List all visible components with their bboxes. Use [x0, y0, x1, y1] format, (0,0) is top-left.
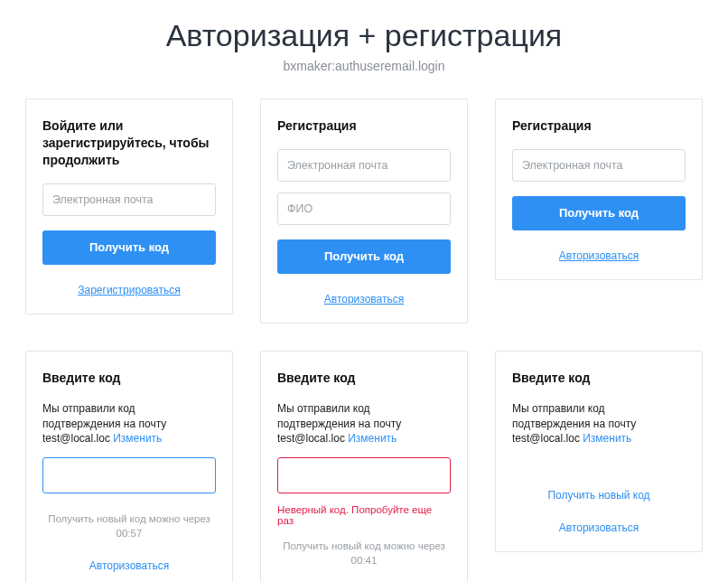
- sent-prefix: Мы отправили код подтверждения на почту: [42, 402, 166, 430]
- sent-email: test@local.loc: [42, 432, 110, 445]
- change-email-link[interactable]: Изменить: [583, 432, 631, 445]
- resend-prefix: Получить новый код можно через: [283, 540, 445, 551]
- login-link[interactable]: Авторизоваться: [559, 249, 639, 262]
- change-email-link[interactable]: Изменить: [113, 432, 162, 445]
- sent-prefix: Мы отправили код подтверждения на почту: [277, 402, 401, 430]
- register-link[interactable]: Зарегистрироваться: [78, 284, 180, 296]
- login-link[interactable]: Авторизоваться: [559, 521, 639, 534]
- sent-email: test@local.loc: [277, 432, 345, 445]
- card-title: Войдите или зарегистрируйтесь, чтобы про…: [42, 117, 216, 169]
- sent-prefix: Мы отправили код подтверждения на почту: [512, 402, 636, 430]
- change-email-link[interactable]: Изменить: [348, 432, 397, 445]
- code-card-waiting: Введите код Мы отправили код подтвержден…: [25, 351, 233, 582]
- get-new-code-link[interactable]: Получить новый код: [547, 489, 649, 502]
- card-title: Регистрация: [512, 117, 686, 135]
- page-title: Авторизация + регистрация: [0, 18, 728, 53]
- email-field[interactable]: [512, 149, 686, 182]
- cards-grid: Войдите или зарегистрируйтесь, чтобы про…: [0, 99, 728, 582]
- card-title: Введите код: [277, 370, 451, 387]
- timer-value: 00:57: [117, 528, 143, 539]
- timer-value: 00:41: [351, 555, 378, 566]
- get-code-button[interactable]: Получить код: [277, 239, 451, 274]
- login-link[interactable]: Авторизоваться: [89, 559, 169, 572]
- error-message: Неверный код. Попробуйте еще раз: [277, 504, 451, 526]
- card-title: Регистрация: [277, 117, 451, 135]
- card-title: Введите код: [42, 370, 216, 387]
- resend-prefix: Получить новый код можно через: [48, 513, 210, 524]
- email-field[interactable]: [42, 183, 216, 216]
- code-card-error: Введите код Мы отправили код подтвержден…: [260, 351, 468, 582]
- resend-timer: Получить новый код можно через 00:41: [277, 539, 451, 568]
- sent-info: Мы отправили код подтверждения на почту …: [42, 401, 216, 446]
- code-field[interactable]: [277, 457, 451, 493]
- resend-timer: Получить новый код можно через 00:57: [42, 512, 216, 540]
- fullname-field[interactable]: [277, 192, 451, 225]
- register-short-card: Регистрация Получить код Авторизоваться: [495, 99, 703, 280]
- register-full-card: Регистрация Получить код Авторизоваться: [260, 99, 468, 324]
- login-link[interactable]: Авторизоваться: [324, 293, 404, 305]
- login-card: Войдите или зарегистрируйтесь, чтобы про…: [25, 99, 233, 314]
- sent-email: test@local.loc: [512, 432, 580, 445]
- page-subtitle: bxmaker:authuseremail.login: [0, 59, 728, 73]
- sent-info: Мы отправили код подтверждения на почту …: [277, 401, 451, 446]
- card-title: Введите код: [512, 370, 686, 387]
- code-card-resend: Введите код Мы отправили код подтвержден…: [495, 351, 703, 552]
- get-code-button[interactable]: Получить код: [512, 196, 686, 230]
- sent-info: Мы отправили код подтверждения на почту …: [512, 401, 686, 446]
- code-field[interactable]: [42, 457, 216, 493]
- get-code-button[interactable]: Получить код: [42, 230, 216, 265]
- email-field[interactable]: [277, 149, 451, 182]
